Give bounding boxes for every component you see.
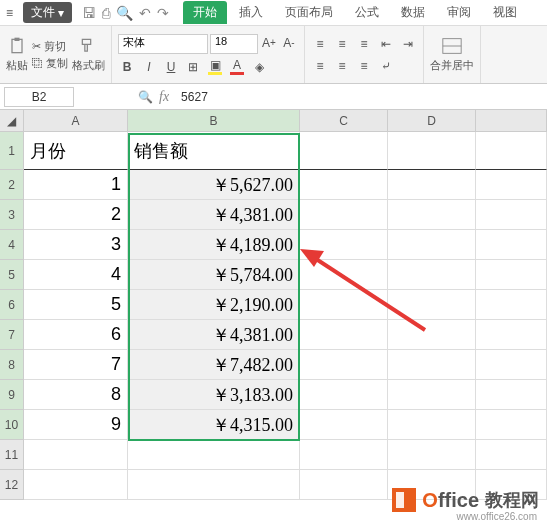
cell-A9[interactable]: 8 <box>24 380 128 410</box>
bold-button[interactable]: B <box>118 58 136 76</box>
cell-A7[interactable]: 6 <box>24 320 128 350</box>
cell-D2[interactable] <box>388 170 476 200</box>
italic-button[interactable]: I <box>140 58 158 76</box>
cell-A6[interactable]: 5 <box>24 290 128 320</box>
spreadsheet-grid[interactable]: ◢ A B C D 1 月份 销售额 2 1 ￥5,627.00 3 2 ￥4,… <box>0 110 547 500</box>
cell-A8[interactable]: 7 <box>24 350 128 380</box>
underline-button[interactable]: U <box>162 58 180 76</box>
align-top-button[interactable]: ≡ <box>311 35 329 53</box>
name-box[interactable]: B2 <box>4 87 74 107</box>
row-header-11[interactable]: 11 <box>0 440 24 470</box>
indent-inc-button[interactable]: ⇥ <box>399 35 417 53</box>
tab-view[interactable]: 视图 <box>483 1 527 24</box>
format-brush-button[interactable]: 格式刷 <box>72 36 105 73</box>
cell-E10[interactable] <box>476 410 547 440</box>
tab-start[interactable]: 开始 <box>183 1 227 24</box>
row-header-12[interactable]: 12 <box>0 470 24 500</box>
cell-A3[interactable]: 2 <box>24 200 128 230</box>
fill-color-button[interactable]: ▣ <box>206 58 224 76</box>
col-header-blank[interactable] <box>476 110 547 132</box>
cell-C3[interactable] <box>300 200 388 230</box>
tab-data[interactable]: 数据 <box>391 1 435 24</box>
cell-C12[interactable] <box>300 470 388 500</box>
preview-icon[interactable]: 🔍 <box>116 5 133 21</box>
cell-A10[interactable]: 9 <box>24 410 128 440</box>
cell-E7[interactable] <box>476 320 547 350</box>
zoom-icon[interactable]: 🔍 <box>138 90 153 104</box>
tab-formula[interactable]: 公式 <box>345 1 389 24</box>
font-name-select[interactable]: 宋体 <box>118 34 208 54</box>
col-header-A[interactable]: A <box>24 110 128 132</box>
cell-D11[interactable] <box>388 440 476 470</box>
file-menu-button[interactable]: 文件 ▾ <box>23 2 72 23</box>
cell-C10[interactable] <box>300 410 388 440</box>
copy-button[interactable]: ⿻ 复制 <box>32 56 68 71</box>
row-header-5[interactable]: 5 <box>0 260 24 290</box>
cell-C9[interactable] <box>300 380 388 410</box>
align-bot-button[interactable]: ≡ <box>355 35 373 53</box>
row-header-9[interactable]: 9 <box>0 380 24 410</box>
cell-E9[interactable] <box>476 380 547 410</box>
cut-button[interactable]: ✂ 剪切 <box>32 39 68 54</box>
cell-B4[interactable]: ￥4,189.00 <box>128 230 300 260</box>
cell-E5[interactable] <box>476 260 547 290</box>
row-header-4[interactable]: 4 <box>0 230 24 260</box>
undo-icon[interactable]: ↶ <box>139 5 151 21</box>
border-button[interactable]: ⊞ <box>184 58 202 76</box>
decrease-font-button[interactable]: A- <box>280 34 298 52</box>
cell-B8[interactable]: ￥7,482.00 <box>128 350 300 380</box>
cell-B11[interactable] <box>128 440 300 470</box>
cell-A2[interactable]: 1 <box>24 170 128 200</box>
row-header-6[interactable]: 6 <box>0 290 24 320</box>
cell-E8[interactable] <box>476 350 547 380</box>
cell-E2[interactable] <box>476 170 547 200</box>
cell-B5[interactable]: ￥5,784.00 <box>128 260 300 290</box>
indent-dec-button[interactable]: ⇤ <box>377 35 395 53</box>
row-header-1[interactable]: 1 <box>0 132 24 170</box>
row-header-8[interactable]: 8 <box>0 350 24 380</box>
cell-A1[interactable]: 月份 <box>24 132 128 170</box>
cell-C11[interactable] <box>300 440 388 470</box>
cell-B10[interactable]: ￥4,315.00 <box>128 410 300 440</box>
formula-value[interactable]: 5627 <box>181 90 208 104</box>
tab-review[interactable]: 审阅 <box>437 1 481 24</box>
cell-E3[interactable] <box>476 200 547 230</box>
cell-E4[interactable] <box>476 230 547 260</box>
cell-C8[interactable] <box>300 350 388 380</box>
cell-A5[interactable]: 4 <box>24 260 128 290</box>
col-header-D[interactable]: D <box>388 110 476 132</box>
print-icon[interactable]: ⎙ <box>102 5 110 21</box>
row-header-2[interactable]: 2 <box>0 170 24 200</box>
cell-B2[interactable]: ￥5,627.00 <box>128 170 300 200</box>
tab-page-layout[interactable]: 页面布局 <box>275 1 343 24</box>
align-right-button[interactable]: ≡ <box>355 57 373 75</box>
align-mid-button[interactable]: ≡ <box>333 35 351 53</box>
cell-style-button[interactable]: ◈ <box>250 58 268 76</box>
font-size-select[interactable]: 18 <box>210 34 258 54</box>
align-left-button[interactable]: ≡ <box>311 57 329 75</box>
merge-center-button[interactable]: 合并居中 <box>430 36 474 73</box>
cell-C2[interactable] <box>300 170 388 200</box>
cell-A11[interactable] <box>24 440 128 470</box>
cell-D8[interactable] <box>388 350 476 380</box>
cell-D3[interactable] <box>388 200 476 230</box>
cell-A4[interactable]: 3 <box>24 230 128 260</box>
align-center-button[interactable]: ≡ <box>333 57 351 75</box>
row-header-7[interactable]: 7 <box>0 320 24 350</box>
cell-B6[interactable]: ￥2,190.00 <box>128 290 300 320</box>
col-header-C[interactable]: C <box>300 110 388 132</box>
cell-C1[interactable] <box>300 132 388 170</box>
cell-B9[interactable]: ￥3,183.00 <box>128 380 300 410</box>
hamburger-icon[interactable]: ≡ <box>0 6 19 20</box>
cell-B1[interactable]: 销售额 <box>128 132 300 170</box>
row-header-10[interactable]: 10 <box>0 410 24 440</box>
tab-insert[interactable]: 插入 <box>229 1 273 24</box>
cell-A12[interactable] <box>24 470 128 500</box>
cell-E11[interactable] <box>476 440 547 470</box>
save-icon[interactable]: 🖫 <box>82 5 96 21</box>
cell-E1[interactable] <box>476 132 547 170</box>
col-header-B[interactable]: B <box>128 110 300 132</box>
cell-D9[interactable] <box>388 380 476 410</box>
increase-font-button[interactable]: A+ <box>260 34 278 52</box>
wrap-text-button[interactable]: ⤶ <box>377 57 395 75</box>
